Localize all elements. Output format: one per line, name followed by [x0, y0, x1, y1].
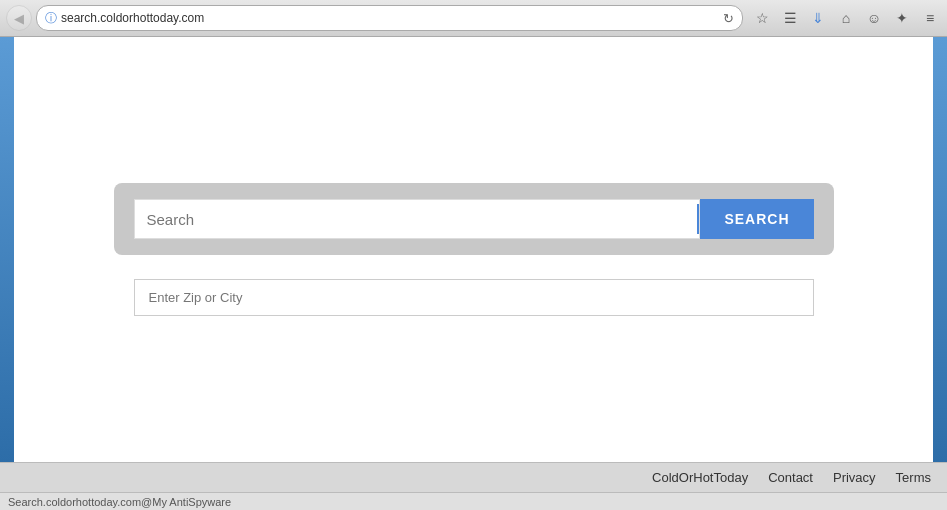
- center-area: SEARCH: [114, 183, 834, 316]
- emoji-icon[interactable]: ☺: [863, 7, 885, 29]
- reload-button[interactable]: ↻: [723, 11, 734, 26]
- bookmark-icon[interactable]: ☆: [751, 7, 773, 29]
- reading-list-icon[interactable]: ☰: [779, 7, 801, 29]
- pocket-icon[interactable]: ✦: [891, 7, 913, 29]
- download-icon[interactable]: ⇓: [807, 7, 829, 29]
- menu-icon[interactable]: ≡: [919, 7, 941, 29]
- toolbar: ◀ ⓘ search.coldorhottoday.com ↻ ☆ ☰ ⇓ ⌂ …: [0, 0, 947, 36]
- footer: ColdOrHotToday Contact Privacy Terms: [0, 462, 947, 492]
- page-content: SEARCH: [0, 37, 947, 462]
- search-box-container: SEARCH: [114, 183, 834, 255]
- search-button[interactable]: SEARCH: [700, 199, 813, 239]
- footer-link-terms[interactable]: Terms: [896, 470, 931, 485]
- footer-link-contact[interactable]: Contact: [768, 470, 813, 485]
- address-bar[interactable]: ⓘ search.coldorhottoday.com ↻: [36, 5, 743, 31]
- address-text: search.coldorhottoday.com: [61, 11, 719, 25]
- search-input[interactable]: [135, 211, 698, 228]
- zip-input[interactable]: [134, 279, 814, 316]
- search-input-wrapper: [134, 199, 701, 239]
- back-icon: ◀: [14, 11, 24, 26]
- back-button[interactable]: ◀: [6, 5, 32, 31]
- browser-chrome: ◀ ⓘ search.coldorhottoday.com ↻ ☆ ☰ ⇓ ⌂ …: [0, 0, 947, 37]
- search-divider: [697, 204, 699, 234]
- toolbar-icons: ☆ ☰ ⇓ ⌂ ☺ ✦ ≡: [751, 7, 941, 29]
- status-bar: Search.coldorhottoday.com@My AntiSpyware: [0, 492, 947, 510]
- footer-link-cold-or-hot-today[interactable]: ColdOrHotToday: [652, 470, 748, 485]
- status-text: Search.coldorhottoday.com@My AntiSpyware: [8, 496, 231, 508]
- footer-link-privacy[interactable]: Privacy: [833, 470, 876, 485]
- zip-input-wrapper: [134, 279, 814, 316]
- info-icon: ⓘ: [45, 10, 57, 27]
- home-icon[interactable]: ⌂: [835, 7, 857, 29]
